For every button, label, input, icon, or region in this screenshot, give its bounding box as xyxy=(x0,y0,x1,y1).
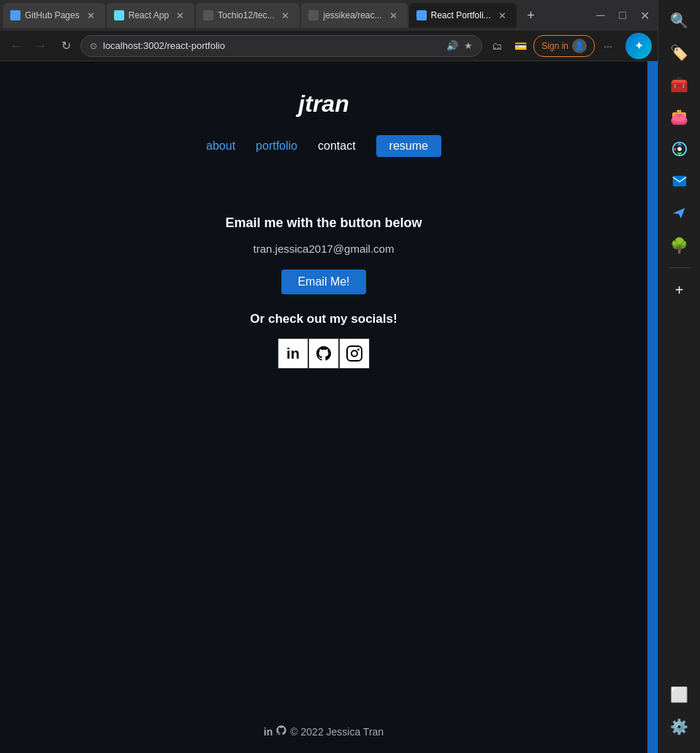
more-options-button[interactable]: ··· xyxy=(598,36,618,56)
nav-about[interactable]: about xyxy=(206,139,235,153)
close-window-button[interactable]: ✕ xyxy=(634,5,655,26)
tab-label: jessikea/reac... xyxy=(323,10,381,20)
avatar: 👤 xyxy=(572,39,587,53)
tab-tochio[interactable]: Tochio12/tec... ✕ xyxy=(196,3,300,28)
linkedin-icon[interactable]: in xyxy=(278,338,308,369)
wallet-icon[interactable]: 💳 xyxy=(510,36,530,56)
sidebar-settings[interactable]: ⚙️ xyxy=(665,712,694,741)
nav-bar: ← → ↻ ⊙ localhost:3002/react-portfolio 🔊… xyxy=(0,31,658,61)
sidebar-bottom: ⬜ ⚙️ xyxy=(665,680,694,747)
nav-icons: 🗂 💳 Sign in 👤 ··· xyxy=(487,35,618,57)
page-content: jtran about portfolio contact resume Ema… xyxy=(0,61,647,753)
github-icon[interactable] xyxy=(308,338,339,369)
svg-rect-5 xyxy=(672,176,685,187)
instagram-icon[interactable] xyxy=(339,338,370,369)
footer-copyright: © 2022 Jessica Tran xyxy=(290,726,384,738)
minimize-button[interactable]: ─ xyxy=(590,5,611,26)
footer-linkedin-icon[interactable]: in xyxy=(264,726,273,738)
tab-favicon xyxy=(308,10,319,20)
sidebar-add-button[interactable]: + xyxy=(665,275,694,305)
social-icons: in xyxy=(278,338,370,369)
tab-github-pages[interactable]: GitHub Pages ✕ xyxy=(3,3,105,28)
sidebar-item-search[interactable]: 🔍 xyxy=(665,6,694,35)
forward-button[interactable]: → xyxy=(31,36,51,56)
tab-jessikea[interactable]: jessikea/reac... ✕ xyxy=(301,3,407,28)
tab-label: Tochio12/tec... xyxy=(218,10,274,20)
svg-point-4 xyxy=(677,147,682,151)
sidebar-divider xyxy=(669,267,691,268)
footer: in © 2022 Jessica Tran xyxy=(0,710,647,753)
sign-in-button[interactable]: Sign in 👤 xyxy=(533,35,595,57)
tab-react-portfolio[interactable]: React Portfoli... ✕ xyxy=(409,3,517,28)
contact-section: Email me with the button below tran.jess… xyxy=(225,215,422,369)
tab-react-app[interactable]: React App ✕ xyxy=(107,3,194,28)
sidebar-split-view[interactable]: ⬜ xyxy=(665,680,694,709)
email-me-button[interactable]: Email Me! xyxy=(281,270,365,294)
tab-bar: GitHub Pages ✕ React App ✕ Tochio12/tec.… xyxy=(0,0,658,31)
tab-favicon xyxy=(114,10,124,20)
scrollbar[interactable] xyxy=(647,61,658,753)
tab-close[interactable]: ✕ xyxy=(495,9,509,23)
back-button[interactable]: ← xyxy=(6,36,26,56)
sidebar-item-tools[interactable]: 🧰 xyxy=(665,70,694,99)
sidebar-item-wallet[interactable]: 👛 xyxy=(665,102,694,131)
maximize-button[interactable]: □ xyxy=(612,5,633,26)
tab-close[interactable]: ✕ xyxy=(387,9,400,23)
tab-favicon xyxy=(416,10,427,20)
tab-close[interactable]: ✕ xyxy=(173,9,187,23)
refresh-button[interactable]: ↻ xyxy=(56,36,76,56)
footer-github-icon[interactable] xyxy=(275,725,287,738)
sidebar-item-collections[interactable]: 🏷️ xyxy=(665,38,694,67)
tab-label: React Portfoli... xyxy=(431,10,491,20)
copilot-icon: ✦ xyxy=(634,39,644,53)
svg-rect-0 xyxy=(347,346,362,361)
tab-favicon xyxy=(10,10,20,20)
tab-label: GitHub Pages xyxy=(25,10,80,20)
copilot-button[interactable]: ✦ xyxy=(625,33,652,59)
collections-icon[interactable]: 🗂 xyxy=(487,36,507,56)
tab-favicon xyxy=(203,10,213,20)
sidebar-item-outlook[interactable] xyxy=(665,167,694,196)
tab-label: React App xyxy=(129,10,169,20)
main-content: jtran about portfolio contact resume Ema… xyxy=(0,61,647,710)
nav-resume[interactable]: resume xyxy=(376,135,441,157)
edge-sidebar: 🔍 🏷️ 🧰 👛 🌳 + ⬜ ⚙️ xyxy=(658,0,700,753)
nav-portfolio[interactable]: portfolio xyxy=(256,139,297,153)
tab-close[interactable]: ✕ xyxy=(84,9,98,23)
address-bar[interactable]: ⊙ localhost:3002/react-portfolio 🔊 ★ xyxy=(80,35,482,57)
email-heading: Email me with the button below xyxy=(225,215,422,231)
svg-point-1 xyxy=(351,351,357,356)
site-nav: about portfolio contact resume xyxy=(206,135,441,157)
lock-icon: ⊙ xyxy=(90,41,97,51)
nav-contact[interactable]: contact xyxy=(318,139,356,153)
tab-close[interactable]: ✕ xyxy=(278,9,292,23)
socials-text: Or check out my socials! xyxy=(250,312,397,326)
sidebar-item-essentials[interactable] xyxy=(665,134,694,164)
email-address: tran.jessica2017@gmail.com xyxy=(254,242,395,255)
site-title: jtran xyxy=(298,91,349,118)
sign-in-label: Sign in xyxy=(541,41,568,51)
sidebar-item-copilot[interactable]: 🌳 xyxy=(665,231,694,260)
favorites-icon: ★ xyxy=(464,40,473,51)
read-aloud-icon: 🔊 xyxy=(446,40,458,51)
sidebar-item-send[interactable] xyxy=(665,199,694,228)
svg-point-2 xyxy=(357,348,359,351)
new-tab-button[interactable]: + xyxy=(521,5,541,26)
address-text: localhost:3002/react-portfolio xyxy=(103,40,441,51)
